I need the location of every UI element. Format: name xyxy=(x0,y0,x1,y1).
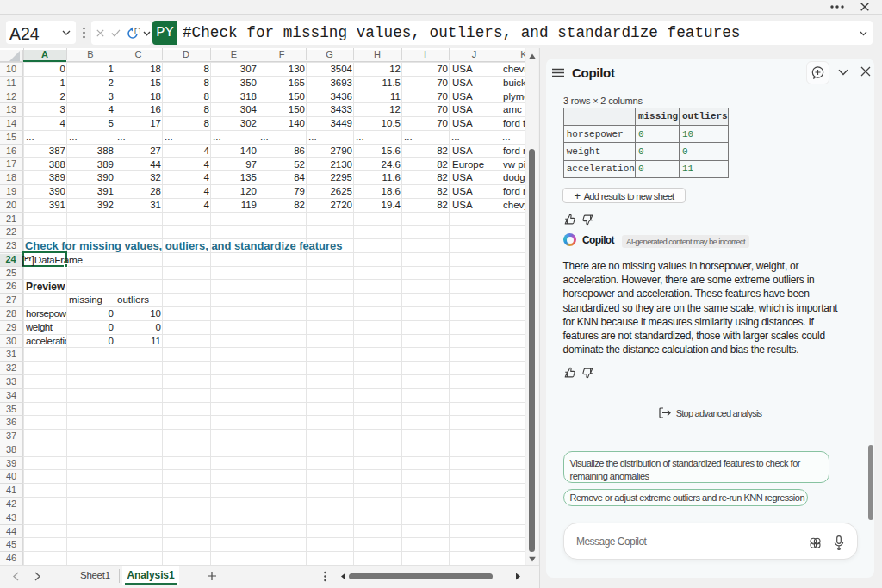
svg-text:[]: [] xyxy=(134,27,140,34)
